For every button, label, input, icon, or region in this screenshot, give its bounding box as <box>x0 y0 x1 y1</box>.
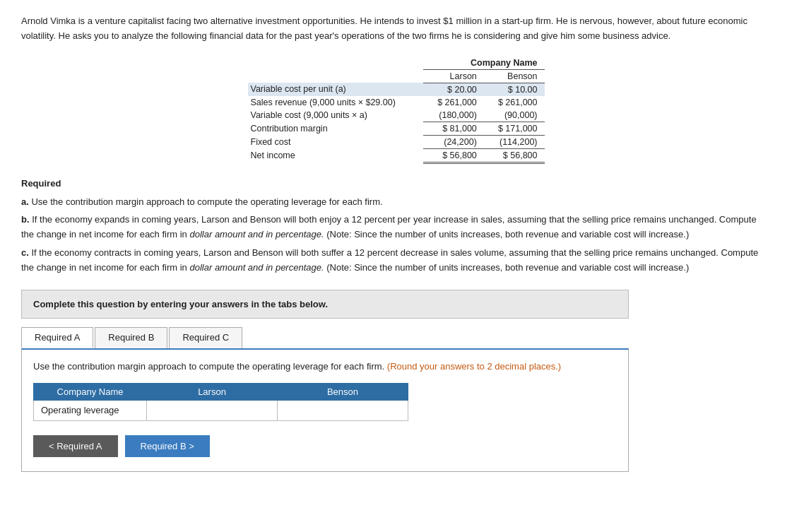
row-larson: (24,200) <box>423 135 484 148</box>
required-a: a. Use the contribution margin approach … <box>21 194 763 209</box>
row-larson: $ 56,800 <box>423 148 484 162</box>
answer-col-company: Company Name <box>34 383 147 400</box>
table-row: Variable cost per unit (a)$ 20.00$ 10.00 <box>248 83 545 96</box>
complete-box: Complete this question by entering your … <box>21 290 629 319</box>
required-list: a. Use the contribution margin approach … <box>21 194 763 276</box>
complete-box-text: Complete this question by entering your … <box>33 299 328 309</box>
row-larson: (180,000) <box>423 109 484 122</box>
row-benson: $ 261,000 <box>484 96 545 109</box>
row-benson: (90,000) <box>484 109 545 122</box>
benson-input-cell[interactable] <box>278 400 408 420</box>
nav-buttons: < Required A Required B > <box>33 435 617 457</box>
row-label: Net income <box>248 148 424 162</box>
row-label: Variable cost (9,000 units × a) <box>248 109 424 122</box>
financial-table: Company Name Larson Benson Variable cost… <box>248 57 545 164</box>
prev-button[interactable]: < Required A <box>33 435 118 457</box>
table-row: Sales revenue (9,000 units × $29.00)$ 26… <box>248 96 545 109</box>
answer-col-larson: Larson <box>147 383 278 400</box>
row-larson: $ 81,000 <box>423 122 484 135</box>
row-benson: $ 56,800 <box>484 148 545 162</box>
row-benson: (114,200) <box>484 135 545 148</box>
larson-col-header: Larson <box>423 69 484 83</box>
row-label: Sales revenue (9,000 units × $29.00) <box>248 96 424 109</box>
tab-required-a[interactable]: Required A <box>21 327 93 348</box>
row-benson: $ 171,000 <box>484 122 545 135</box>
row-label: Variable cost per unit (a) <box>248 83 424 96</box>
empty-subheader <box>248 69 424 83</box>
benson-col-header: Benson <box>484 69 545 83</box>
row-larson: $ 261,000 <box>423 96 484 109</box>
answer-table: Company Name Larson Benson Operating lev… <box>33 383 408 421</box>
benson-leverage-input[interactable] <box>278 401 408 420</box>
tab-description: Use the contribution margin approach to … <box>33 360 617 374</box>
required-heading: Required <box>21 178 771 189</box>
tab-required-c[interactable]: Required C <box>169 327 242 348</box>
required-b: b. If the economy expands in coming year… <box>21 212 763 242</box>
answer-col-benson: Benson <box>278 383 408 400</box>
tab-content: Use the contribution margin approach to … <box>21 348 629 472</box>
table-row: Variable cost (9,000 units × a)(180,000)… <box>248 109 545 122</box>
required-c: c. If the economy contracts in coming ye… <box>21 245 763 276</box>
financial-table-wrapper: Company Name Larson Benson Variable cost… <box>21 57 771 164</box>
answer-row-label: Operating leverage <box>34 400 147 420</box>
row-label: Contribution margin <box>248 122 424 135</box>
larson-input-cell[interactable] <box>147 400 278 420</box>
next-button[interactable]: Required B > <box>125 435 210 457</box>
table-row: Net income$ 56,800$ 56,800 <box>248 148 545 162</box>
larson-leverage-input[interactable] <box>147 401 277 420</box>
tabs-row: Required A Required B Required C <box>21 327 629 348</box>
orange-note: (Round your answers to 2 decimal places.… <box>387 361 561 372</box>
intro-text: Arnold Vimka is a venture capitalist fac… <box>21 14 763 44</box>
empty-header <box>248 57 424 70</box>
row-larson: $ 20.00 <box>423 83 484 96</box>
company-name-header: Company Name <box>423 57 544 70</box>
table-row: Contribution margin$ 81,000$ 171,000 <box>248 122 545 135</box>
answer-row: Operating leverage <box>34 400 408 420</box>
table-row: Fixed cost(24,200)(114,200) <box>248 135 545 148</box>
tab-required-b[interactable]: Required B <box>95 327 167 348</box>
row-benson: $ 10.00 <box>484 83 545 96</box>
row-label: Fixed cost <box>248 135 424 148</box>
